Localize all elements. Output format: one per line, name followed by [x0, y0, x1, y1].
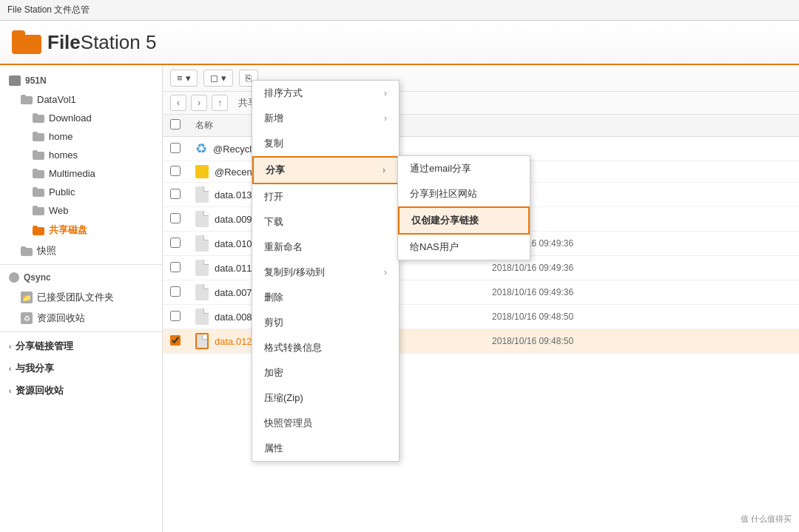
- row-checkbox[interactable]: [170, 335, 181, 346]
- ctx-item-label: 剪切: [264, 316, 283, 329]
- file-document-icon: [195, 284, 209, 300]
- row-checkbox-cell: [163, 232, 188, 256]
- row-checkbox[interactable]: [170, 189, 181, 199]
- row-checkbox[interactable]: [170, 286, 181, 297]
- row-checkbox-cell: [163, 161, 188, 183]
- context-menu-item-删除[interactable]: 删除: [252, 285, 399, 310]
- sidebar-item-shared[interactable]: 共享磁盘: [0, 220, 162, 240]
- select-all-checkbox[interactable]: [170, 119, 181, 129]
- context-menu-item-加密[interactable]: 加密: [252, 360, 399, 385]
- sidebar-item-web[interactable]: Web: [0, 201, 162, 220]
- file-document-icon: [195, 211, 209, 227]
- file-name-text: data.013: [215, 189, 252, 201]
- recently-folder-icon: [195, 165, 209, 178]
- ctx-item-arrow: ›: [384, 88, 387, 98]
- shared-folder-icon: [33, 226, 44, 235]
- sidebar-item-team-folder[interactable]: 📁 已接受团队文件夹: [0, 287, 162, 308]
- new-folder-button[interactable]: ◻ ▾: [203, 70, 233, 87]
- row-checkbox-cell: [163, 256, 188, 280]
- back-icon: ‹: [177, 98, 180, 108]
- submenu-item-分享到社区网站[interactable]: 分享到社区网站: [398, 181, 530, 206]
- context-menu-item-格式转换信息[interactable]: 格式转换信息: [252, 335, 399, 360]
- row-checkbox[interactable]: [170, 238, 181, 248]
- sidebar-item-recycle[interactable]: ‹ 资源回收站: [0, 380, 162, 402]
- sidebar-item-qsync-trash[interactable]: ♻ 资源回收站: [0, 308, 162, 329]
- new-folder-icon: ◻: [210, 73, 218, 84]
- back-button[interactable]: ‹: [170, 95, 186, 111]
- server-label: 951N: [25, 75, 47, 86]
- context-menu-item-新增[interactable]: 新增›: [252, 106, 399, 131]
- context-menu: 排序方式›新增›复制分享›打开下载重新命名复制到/移动到›删除剪切格式转换信息加…: [252, 80, 400, 462]
- ctx-item-label: 属性: [264, 442, 283, 455]
- view-toggle-icon: ≡: [177, 73, 183, 84]
- ctx-item-label: 重新命名: [264, 240, 303, 254]
- row-date-cell: 2018/10/16 09:49:36: [485, 232, 799, 256]
- file-document-icon: [195, 309, 209, 325]
- row-checkbox[interactable]: [170, 166, 181, 176]
- recycle-file-icon: ♻: [195, 141, 207, 157]
- row-date-cell: [485, 137, 799, 161]
- sidebar-item-public[interactable]: Public: [0, 183, 162, 201]
- context-menu-item-复制[interactable]: 复制: [252, 131, 399, 156]
- sidebar-item-datavol[interactable]: DataVol1: [0, 90, 162, 109]
- sidebar-item-homes[interactable]: homes: [0, 146, 162, 164]
- row-checkbox[interactable]: [170, 213, 181, 223]
- qsync-label: Qsync: [24, 272, 51, 283]
- forward-button[interactable]: ›: [191, 95, 207, 111]
- context-menu-item-排序方式[interactable]: 排序方式›: [252, 81, 399, 106]
- sidebar-item-home[interactable]: home: [0, 127, 162, 146]
- sidebar-item-kuazhao[interactable]: 快照: [0, 240, 162, 261]
- context-menu-item-分享[interactable]: 分享›: [252, 156, 399, 184]
- multimedia-folder-icon: [33, 169, 44, 178]
- datavol-label: DataVol1: [37, 94, 76, 105]
- submenu-item-通过email分享[interactable]: 通过email分享: [398, 156, 530, 181]
- file-name-text: data.011: [215, 263, 252, 274]
- header-checkbox-cell: [163, 115, 188, 137]
- file-name-text: data.010: [215, 238, 252, 249]
- kuazhao-folder-icon: [21, 246, 33, 256]
- file-name-text: data.012: [215, 336, 252, 347]
- submenu-item-给NAS用户[interactable]: 给NAS用户: [398, 235, 530, 260]
- public-folder-icon: [33, 187, 44, 197]
- row-checkbox[interactable]: [170, 143, 181, 153]
- sidebar-item-shared-with-me[interactable]: ‹ 与我分享: [0, 357, 162, 380]
- view-toggle-button[interactable]: ≡ ▾: [170, 70, 198, 87]
- file-document-icon: [195, 260, 209, 276]
- datavol-folder-icon: [21, 95, 33, 104]
- row-date-cell: [485, 161, 799, 183]
- sidebar: 951N DataVol1 Download home homes Multim…: [0, 65, 163, 532]
- context-menu-item-复制到/移动到[interactable]: 复制到/移动到›: [252, 260, 399, 285]
- submenu: 通过email分享分享到社区网站仅创建分享链接给NAS用户: [397, 155, 530, 260]
- context-menu-item-重新命名[interactable]: 重新命名: [252, 235, 399, 260]
- context-menu-item-剪切[interactable]: 剪切: [252, 310, 399, 335]
- new-folder-arrow: ▾: [221, 73, 226, 84]
- context-menu-item-下载[interactable]: 下载: [252, 209, 399, 235]
- shared-with-me-label: 与我分享: [16, 362, 54, 375]
- row-date-cell: 2018/10/16 09:49:36: [485, 280, 799, 305]
- context-menu-item-属性[interactable]: 属性: [252, 436, 399, 461]
- row-checkbox-cell: [163, 207, 188, 232]
- submenu-item-仅创建分享链接[interactable]: 仅创建分享链接: [398, 206, 530, 235]
- share-mgmt-label: 分享链接管理: [16, 340, 73, 353]
- qsync-icon: [9, 272, 19, 283]
- ctx-item-label: 新增: [264, 112, 283, 125]
- recycle-label: 资源回收站: [16, 384, 64, 397]
- row-checkbox[interactable]: [170, 311, 181, 321]
- ctx-item-label: 复制: [264, 137, 283, 150]
- main-layout: 951N DataVol1 Download home homes Multim…: [0, 65, 799, 532]
- sidebar-item-share-mgmt[interactable]: ‹ 分享链接管理: [0, 335, 162, 357]
- sidebar-item-multimedia[interactable]: Multimedia: [0, 164, 162, 183]
- ctx-item-label: 删除: [264, 291, 283, 304]
- row-checkbox-cell: [163, 329, 188, 354]
- row-date-cell: 2018/10/16 09:49:36: [485, 256, 799, 280]
- up-button[interactable]: ↑: [212, 95, 228, 111]
- file-document-icon: [195, 235, 209, 252]
- kuazhao-label: 快照: [37, 244, 56, 257]
- ctx-item-label: 复制到/移动到: [264, 266, 325, 279]
- context-menu-item-打开[interactable]: 打开: [252, 184, 399, 209]
- sidebar-item-download[interactable]: Download: [0, 109, 162, 127]
- row-checkbox[interactable]: [170, 262, 181, 272]
- context-menu-item-快照管理员[interactable]: 快照管理员: [252, 411, 399, 436]
- row-date-cell: 2018/10/16 09:48:50: [485, 329, 799, 354]
- context-menu-item-压缩(Zip)[interactable]: 压缩(Zip): [252, 385, 399, 411]
